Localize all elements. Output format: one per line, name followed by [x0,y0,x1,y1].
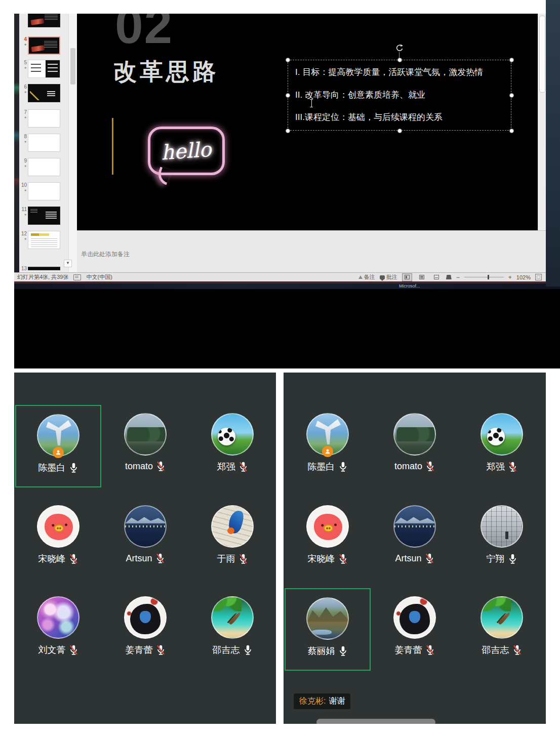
slide-area-scrollbar[interactable] [538,14,546,230]
rotate-handle-icon[interactable] [395,44,404,52]
participant-tile[interactable]: 于雨 [189,497,275,580]
slide-thumbnail[interactable] [28,267,60,270]
slide-thumbnail-row[interactable]: 8 ★ [19,134,68,152]
slide-thumbnail[interactable] [28,36,60,55]
animation-star-icon: ★ [19,66,27,70]
participant-tile[interactable]: 宋晓峰 [15,497,101,580]
slide-title[interactable]: 改革思路 [113,56,219,88]
slide-thumbnail-row[interactable]: ★ [19,14,68,27]
participant-tile[interactable]: 郑强 [189,405,275,487]
slide-thumbnail[interactable] [28,84,60,102]
participant-name: 郑强 [487,461,505,473]
participant-tile[interactable]: 宁翔 [459,497,545,580]
microphone-icon [238,461,248,472]
animation-star-icon: ★ [19,90,27,94]
slideshow-button[interactable] [446,275,452,279]
slide-number-column: ★ [19,14,28,27]
slide-thumbnail[interactable] [28,134,60,152]
neon-hello-image[interactable]: hello [148,127,225,175]
notes-toggle-button[interactable]: 备注 [358,273,375,281]
slide-thumbnail-row[interactable]: 5 ★ [19,60,68,78]
microphone-icon [338,461,348,472]
participant-tile[interactable]: 姜青蕾 [372,588,458,671]
thumbnail-scrollbar[interactable]: ▼ [68,14,77,272]
bullet-line-2: II. 改革导向：创意素质培养、就业 [295,89,504,101]
animation-star-icon: ★ [19,237,27,241]
slide-thumbnail-row[interactable]: 12 ★ [19,231,68,249]
slide-sorter-view-button[interactable] [417,273,427,281]
participant-tile[interactable]: 姜青蕾 [102,588,188,671]
slide-thumbnail-row[interactable]: 11 ★ [19,207,68,225]
participant-name-row: 刘文菁 [38,644,78,656]
animation-star-icon: ★ [19,115,27,119]
zoom-level-text[interactable]: 102% [516,274,531,280]
participant-name: 姜青蕾 [126,644,153,656]
slide-thumbnail-panel[interactable]: ★ 4 ★ 5 ★ 6 ★ [19,14,68,272]
slide-thumbnail[interactable] [28,14,60,27]
comments-toggle-button[interactable]: 批注 [380,273,397,281]
slide-thumbnail-row[interactable]: 6 ★ [19,84,68,102]
language-indicator[interactable]: 中文(中国) [86,273,112,281]
selection-handle-nw[interactable] [286,58,290,62]
normal-view-button[interactable] [402,273,412,281]
selection-handle-ne[interactable] [509,58,514,62]
slide-thumbnail[interactable] [28,60,60,78]
speaker-notes-panel[interactable]: 单击此处添加备注 [77,230,546,272]
participant-avatar [306,505,349,548]
selection-handle-s[interactable] [397,129,402,133]
slide-editing-area[interactable]: 02 改革思路 hello I. 目标：提高教学质量，活跃课堂气氛，激发热情 I… [77,14,538,230]
slide-thumbnail-row[interactable]: 4 ★ [19,36,68,55]
selection-handle-e[interactable] [509,93,514,98]
reading-view-button[interactable] [431,273,442,281]
slide-thumbnail-row[interactable]: 9 ★ [19,158,68,176]
microphone-icon [243,644,253,655]
thumbnail-scrollbar-thumb[interactable] [70,48,75,85]
slide-thumbnail[interactable] [28,158,60,176]
participant-tile[interactable]: 郑强 [459,405,545,487]
participant-tile[interactable]: 宋晓峰 [285,497,371,580]
slide-thumbnail[interactable] [28,207,60,225]
participant-tile[interactable]: 陈墨白 [15,405,101,487]
notes-placeholder-text[interactable]: 单击此处添加备注 [81,250,130,259]
participant-name-row: 陈墨白 [308,461,348,473]
slide-text-box[interactable]: I. 目标：提高教学质量，活跃课堂气氛，激发热情 II. 改革导向：创意素质培养… [288,60,511,131]
participant-avatar [306,597,349,640]
participant-tile[interactable]: tomato [102,405,188,487]
fit-slide-to-window-button[interactable] [535,274,542,280]
zoom-slider[interactable] [464,277,504,277]
selection-handle-n[interactable] [397,58,402,62]
slide-thumbnail[interactable] [28,182,60,200]
thumbnail-scroll-down-button[interactable]: ▼ [64,260,72,267]
participant-tile[interactable]: 陈墨白 [285,405,371,487]
participant-avatar [124,505,167,548]
participant-tile[interactable]: Artsun [102,497,188,580]
participant-tile[interactable]: 邵吉志 [459,588,545,671]
keyboard-ime-icon[interactable] [73,274,81,280]
slide-number-column: 4 ★ [19,36,28,55]
slide-area-scrollbar-thumb[interactable] [539,16,545,93]
avatar-wrap [124,588,167,639]
participant-tile[interactable]: tomato [372,405,458,487]
slide-thumbnail[interactable] [28,231,60,249]
slide-thumbnail[interactable] [28,109,60,128]
slide-number-column: 13 [19,266,28,272]
comments-toggle-label: 批注 [386,273,397,281]
selection-handle-se[interactable] [509,129,514,133]
zoom-out-button[interactable]: − [456,274,460,281]
zoom-in-button[interactable]: + [508,274,512,281]
selection-handle-w[interactable] [286,93,290,98]
participant-name-row: Artsun [126,553,165,564]
slide-thumbnail-row[interactable]: 10 ★ [19,182,68,200]
participant-tile[interactable]: 邵吉志 [189,588,275,671]
slide-thumbnail-row[interactable]: 13 [19,266,68,272]
avatar-wrap [481,497,523,548]
participant-avatar [37,596,79,639]
notes-icon [358,275,363,279]
participant-tile[interactable]: 蔡丽娟 [285,588,371,671]
slide-thumbnail-row[interactable]: 7 ★ [19,109,68,128]
participant-tile[interactable]: Artsun [372,497,458,580]
selection-handle-sw[interactable] [286,129,290,133]
participant-tile[interactable]: 刘文菁 [15,588,101,671]
zoom-slider-thumb[interactable] [488,275,489,279]
avatar-wrap [37,497,79,548]
